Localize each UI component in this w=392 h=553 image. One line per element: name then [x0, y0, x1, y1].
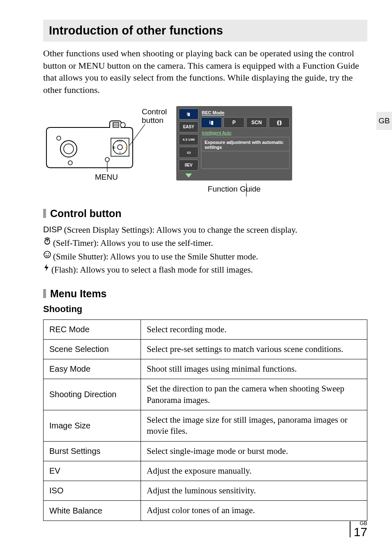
cb-row-flash: (Flash): Allows you to select a flash mo…: [43, 264, 367, 276]
subhead-control-button: Control button: [43, 208, 367, 220]
table-row: Image SizeSelect the image size for stil…: [44, 410, 367, 441]
table-row: REC ModeSelect recording mode.: [44, 319, 367, 339]
screen-mode-tab: SCN: [246, 117, 267, 128]
disp-label: DISP: [43, 224, 62, 236]
table-row: White BalanceAdjust color tones of an im…: [44, 501, 367, 521]
svg-point-21: [44, 251, 51, 258]
svg-text:☺: ☺: [118, 151, 122, 155]
table-row: EVAdjust the exposure manually.: [44, 461, 367, 481]
menu-item-desc: Select pre-set settings to match various…: [141, 339, 367, 359]
screen-mode-tab: P: [224, 117, 244, 128]
smile-shutter-icon: [43, 250, 51, 259]
page-title: Introduction of other functions: [49, 24, 362, 37]
menu-item-name: Easy Mode: [44, 359, 141, 379]
menu-item-desc: Adjust the luminous sensitivity.: [141, 481, 367, 501]
menu-item-desc: Select the image size for still images, …: [141, 410, 367, 441]
menu-item-desc: Adjust color tones of an image.: [141, 501, 367, 521]
screen-rec-mode-label: REC Mode: [202, 110, 224, 116]
menu-item-desc: Select single-image mode or burst mode.: [141, 441, 367, 461]
svg-point-7: [64, 144, 74, 154]
svg-point-8: [57, 136, 61, 140]
page-footer: GB 17: [354, 521, 367, 538]
screen-mode-tab: i▮: [201, 117, 222, 128]
menu-item-desc: Select recording mode.: [141, 319, 367, 339]
cb-row-text: (Screen Display Settings): Allows you to…: [64, 224, 297, 236]
figure-screen: i▮ EASY 4:3 14M ▭ 0EV REC Mode i▮ P SCN: [176, 106, 292, 194]
menu-item-name: EV: [44, 461, 141, 481]
svg-point-22: [46, 253, 46, 254]
menu-category-shooting: Shooting: [43, 304, 367, 315]
menu-item-name: Shooting Direction: [44, 379, 141, 410]
screen-left-tile: ▭: [179, 147, 198, 158]
self-timer-icon: [43, 237, 51, 245]
menu-item-name: White Balance: [44, 501, 141, 521]
screen-left-tile: i▮: [179, 109, 198, 120]
menu-caption: MENU: [95, 173, 118, 182]
menu-item-desc: Set the direction to pan the camera when…: [141, 379, 367, 410]
cb-row-text: (Self-Timer): Allows you to use the self…: [53, 237, 213, 249]
table-row: Shooting DirectionSet the direction to p…: [44, 379, 367, 410]
function-guide-caption: Function Guide: [176, 185, 292, 194]
footer-page-number: 17: [354, 525, 367, 539]
menu-item-name: REC Mode: [44, 319, 141, 339]
cb-row-text: (Flash): Allows you to select a flash mo…: [51, 264, 253, 276]
screen-guide-box: Exposure adjustment with automatic setti…: [201, 137, 290, 169]
svg-text:⚡: ⚡: [124, 145, 128, 149]
table-row: Scene SelectionSelect pre-set settings t…: [44, 339, 367, 359]
table-row: ISOAdjust the luminous sensitivity.: [44, 481, 367, 501]
control-button-caption: Control button: [142, 108, 167, 125]
subhead-bar-icon: [43, 289, 46, 298]
screen-left-tile: 0EV: [179, 160, 198, 171]
menu-item-name: Scene Selection: [44, 339, 141, 359]
cb-row-disp: DISP (Screen Display Settings): Allows y…: [43, 224, 367, 236]
svg-point-23: [48, 253, 49, 254]
menu-item-name: Burst Settings: [44, 441, 141, 461]
menu-item-desc: Shoot still images using minimal functio…: [141, 359, 367, 379]
svg-point-13: [118, 145, 122, 150]
menu-item-name: ISO: [44, 481, 141, 501]
pointer-line: [246, 183, 247, 197]
screen-intelligent-auto: Intelligent Auto: [202, 130, 290, 135]
svg-point-10: [105, 157, 109, 162]
svg-point-5: [120, 123, 125, 127]
menu-items-table: REC ModeSelect recording mode.Scene Sele…: [43, 319, 367, 521]
menu-item-name: Image Size: [44, 410, 141, 441]
screen-mode-tab: ⸨⸩: [269, 117, 290, 128]
screen-left-tile: EASY: [179, 121, 198, 132]
table-row: Burst SettingsSelect single-image mode o…: [44, 441, 367, 461]
screen-guide-text: Exposure adjustment with automatic setti…: [201, 137, 289, 151]
cb-row-smile: (Smile Shutter): Allows you to use the S…: [43, 250, 367, 263]
flash-icon: [43, 264, 50, 272]
svg-text:◐: ◐: [113, 146, 115, 149]
down-arrow-icon: [185, 174, 192, 178]
svg-text:DISP: DISP: [117, 140, 123, 142]
cb-row-timer: (Self-Timer): Allows you to use the self…: [43, 237, 367, 249]
page-title-bar: Introduction of other functions: [43, 20, 367, 42]
intro-paragraph: Other functions used when shooting or pl…: [43, 47, 367, 96]
screen-left-tile: 4:3 14M: [179, 134, 198, 145]
figure-camera: Control button MENU: [43, 106, 166, 184]
svg-point-9: [68, 161, 72, 165]
cb-row-text: (Smile Shutter): Allows you to use the S…: [53, 250, 258, 263]
table-row: Easy ModeShoot still images using minima…: [44, 359, 367, 379]
subhead-bar-icon: [43, 209, 46, 218]
control-button-list: DISP (Screen Display Settings): Allows y…: [43, 224, 367, 276]
menu-item-desc: Adjust the exposure manually.: [141, 461, 367, 481]
subhead-menu-items: Menu Items: [43, 288, 367, 300]
